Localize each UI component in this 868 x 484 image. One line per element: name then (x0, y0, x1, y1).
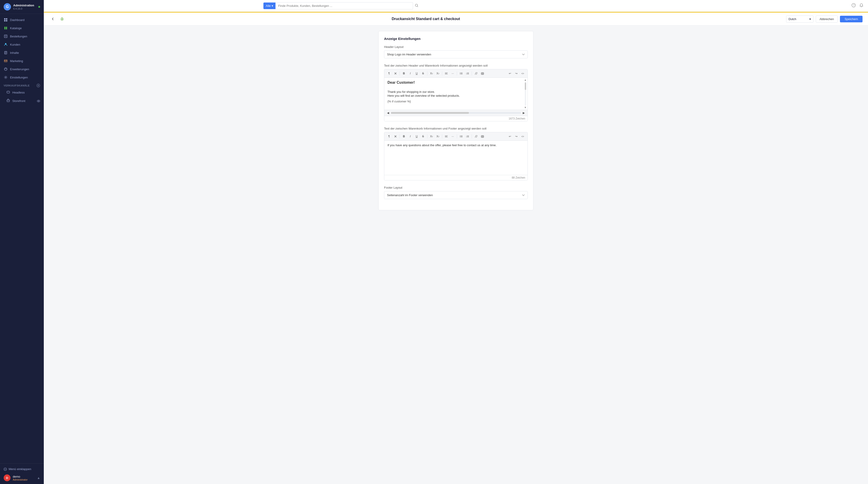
rte2-bold-btn[interactable]: B (401, 133, 407, 139)
rte2-superscript-btn[interactable]: X2 (429, 133, 434, 139)
rte2-strikethrough-btn[interactable]: S (420, 133, 426, 139)
svg-rect-72 (481, 135, 484, 138)
svg-line-27 (417, 6, 418, 7)
user-avatar: D (4, 475, 10, 481)
sidebar-header: G Administration 6.4.16.0 (0, 0, 44, 14)
sidebar-item-einstellungen[interactable]: Einstellungen (0, 73, 44, 82)
rte-code-btn[interactable]: <> (520, 70, 526, 77)
rte-strikethrough-btn[interactable]: S (420, 70, 426, 77)
search-input[interactable] (276, 2, 413, 9)
rte-header-cart: ¶ B I U S X2 X2 (384, 69, 528, 121)
rte-scroll-down-btn[interactable]: ▼ (524, 106, 527, 109)
footer-layout-label: Footer Layout (384, 186, 528, 189)
rte2-link-btn[interactable] (473, 133, 479, 139)
rte-align-btn[interactable] (443, 70, 449, 77)
rte-scrollbar-thumb (525, 83, 526, 90)
rte-more-btn[interactable]: ··· (450, 70, 456, 77)
rte2-redo-btn[interactable]: ↪ (514, 133, 519, 139)
svg-point-32 (62, 19, 63, 19)
footer-layout-select[interactable]: Seitenanzahl im Footer verwenden (384, 191, 528, 199)
rte2-underline-btn[interactable]: U (414, 133, 420, 139)
rte2-undo-btn[interactable]: ↩ (507, 133, 513, 139)
rte-hscroll-1: ◀ ▶ (384, 110, 527, 116)
collapse-label: Menü einklappen (9, 467, 31, 471)
rte-paragraph-btn[interactable]: ¶ (386, 70, 392, 77)
help-icon[interactable]: ? (851, 3, 856, 8)
rte-underline-btn[interactable]: U (414, 70, 420, 77)
rte2-italic-btn[interactable]: I (407, 133, 413, 139)
print-button[interactable] (58, 15, 66, 23)
verkaufskanale-section: Verkaufskanäle (0, 82, 44, 88)
sidebar-item-kunden[interactable]: Kunden (0, 40, 44, 49)
sidebar-item-kataloge[interactable]: Kataloge (0, 24, 44, 32)
rte-redo-btn[interactable]: ↪ (514, 70, 519, 77)
sidebar-item-marketing[interactable]: Marketing (0, 57, 44, 65)
rte2-subscript-btn[interactable]: X2 (435, 133, 441, 139)
rte-scroll-right-btn[interactable]: ▶ (522, 111, 526, 115)
rte-bold-btn[interactable]: B (401, 70, 407, 77)
rte2-list-btn[interactable] (458, 133, 464, 139)
rte-hscroll-track (391, 112, 521, 114)
rte-ordered-list-btn[interactable]: 123 (465, 70, 470, 77)
rte2-ordered-list-btn[interactable]: 123 (465, 133, 470, 139)
rte2-paragraph-btn[interactable]: ¶ (386, 133, 392, 139)
rte-clear-btn[interactable] (393, 70, 398, 77)
svg-rect-31 (61, 20, 63, 20)
sidebar-item-erweiterungen[interactable]: Erweiterungen (0, 65, 44, 73)
rte-undo-btn[interactable]: ↩ (507, 70, 513, 77)
svg-point-41 (460, 72, 461, 73)
user-info[interactable]: D demo Administrator ▲ (4, 475, 40, 481)
header-layout-select[interactable]: Shop Logo im Header verwenden (384, 51, 528, 58)
rte-list-btn[interactable] (458, 70, 464, 77)
svg-rect-6 (4, 35, 7, 38)
card-title: Anzeige Einstellungen (384, 37, 528, 40)
footer-layout-section: Footer Layout Seitenanzahl im Footer ver… (384, 186, 528, 199)
rte-para2: Here you will find an overview of the se… (388, 94, 460, 97)
rte-superscript-btn[interactable]: X2 (429, 70, 434, 77)
status-indicator (38, 6, 40, 8)
notification-icon[interactable] (859, 3, 863, 8)
kataloge-icon (4, 26, 8, 30)
svg-text:3: 3 (466, 137, 467, 138)
sidebar-footer: Menü einklappen D demo Administrator ▲ (0, 463, 44, 484)
sidebar-item-headless[interactable]: Headless (0, 88, 44, 97)
rte2-table-btn[interactable] (479, 133, 485, 139)
sidebar-item-bestellungen[interactable]: Bestellungen (0, 32, 44, 40)
rte-scroll-up-btn[interactable]: ▲ (524, 79, 527, 81)
sidebar-item-label: Kataloge (10, 26, 22, 30)
collapse-menu-btn[interactable]: Menü einklappen (4, 466, 40, 472)
sidebar-item-storefront[interactable]: Storefront (0, 97, 44, 105)
svg-point-65 (460, 137, 461, 137)
rte-link-btn[interactable] (473, 70, 479, 77)
rte-header-cart-section: Text der zwischen Header und Warenkorb I… (384, 64, 528, 121)
rte2-clear-btn[interactable] (393, 133, 398, 139)
svg-point-63 (460, 135, 461, 136)
storefront-icon (6, 99, 10, 103)
main-content: Alle ▾ ? (44, 0, 868, 484)
rte2-more-btn[interactable]: ··· (450, 133, 456, 139)
back-button[interactable] (49, 15, 57, 23)
cancel-button[interactable]: Abbrechen (816, 16, 838, 23)
app-name: Administration (13, 4, 34, 7)
rte-content-2[interactable]: If you have any questions about the offe… (384, 141, 527, 175)
add-verkaufskanal-icon[interactable] (36, 84, 40, 87)
rte2-align-btn[interactable] (443, 133, 449, 139)
svg-rect-1 (6, 18, 7, 20)
search-button[interactable] (415, 4, 418, 8)
sidebar-item-dashboard[interactable]: Dashboard (0, 16, 44, 24)
svg-rect-50 (481, 72, 484, 74)
rte-italic-btn[interactable]: I (407, 70, 413, 77)
search-filter-select[interactable]: Alle ▾ (264, 2, 276, 9)
rte-table-btn[interactable] (479, 70, 485, 77)
rte-toolbar-2: ¶ B I U S X2 X2 (384, 132, 527, 141)
rte-content-1[interactable]: Dear Customer! Thank you for shopping in… (384, 78, 527, 110)
save-button[interactable]: Speichern (840, 16, 863, 22)
rte-subscript-btn[interactable]: X2 (435, 70, 441, 77)
sidebar-item-inhalte[interactable]: Inhalte (0, 49, 44, 57)
rte-scroll-left-btn[interactable]: ◀ (386, 111, 390, 115)
search-wrapper: Alle ▾ (264, 2, 418, 9)
rte2-code-btn[interactable]: <> (520, 133, 526, 139)
language-select[interactable]: Dutch ▾ (786, 16, 813, 23)
rte-para3: {% if customer %} (388, 100, 460, 103)
svg-point-42 (460, 73, 461, 74)
